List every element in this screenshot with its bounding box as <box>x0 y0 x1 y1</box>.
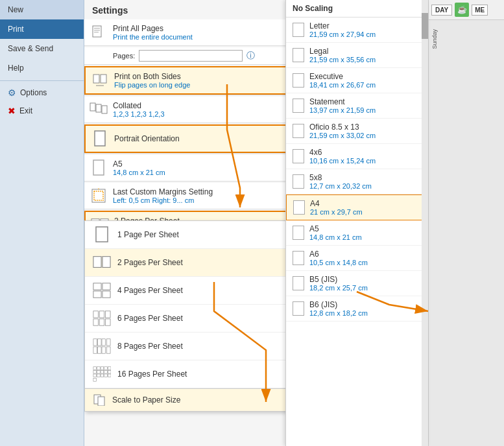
svg-rect-10 <box>93 160 104 175</box>
paper-size-4x6[interactable]: 4x6 10,16 cm x 15,24 cm <box>286 144 428 169</box>
cup-icon: ☕ <box>455 3 469 17</box>
sidebar-item-save-send[interactable]: Save & Send <box>0 39 84 58</box>
5x8-page-icon <box>293 174 304 189</box>
4page-icon <box>93 281 111 299</box>
1page-icon <box>93 226 111 244</box>
pps-option-4-label: 4 Pages Per Sheet <box>117 286 183 295</box>
8page-icon <box>93 337 111 355</box>
statement-name: Statement <box>309 97 376 106</box>
preview-toolbar: DAY ☕ ME <box>429 0 504 20</box>
a5-paper-name: A5 <box>309 224 362 233</box>
executive-size: 18,41 cm x 26,67 cm <box>309 81 376 89</box>
info-icon[interactable]: ⓘ <box>246 50 255 62</box>
a5-paper-page-icon <box>293 226 304 240</box>
svg-rect-33 <box>93 347 97 353</box>
svg-rect-18 <box>102 257 110 268</box>
4x6-text: 4x6 10,16 cm x 15,24 cm <box>309 148 376 165</box>
b6jis-text: B6 (JIS) 12,8 cm x 18,2 cm <box>309 300 368 317</box>
paper-size-5x8[interactable]: 5x8 12,7 cm x 20,32 cm <box>286 169 428 194</box>
svg-rect-2 <box>94 30 100 30</box>
exit-icon: ✖ <box>8 106 16 116</box>
b5jis-size: 18,2 cm x 25,7 cm <box>309 284 368 292</box>
paper-size-executive[interactable]: Executive 18,41 cm x 26,67 cm <box>286 68 428 93</box>
oficio-size: 21,59 cm x 33,02 cm <box>309 132 376 139</box>
portrait-icon <box>91 130 109 148</box>
sunday-label: Sunday <box>429 27 440 52</box>
margins-icon <box>90 187 108 205</box>
paper-size-a4[interactable]: A4 21 cm x 29,7 cm <box>286 194 428 220</box>
scrollbar-thumb[interactable] <box>422 13 428 39</box>
executive-page-icon <box>293 73 304 88</box>
legal-text: Legal 21,59 cm x 35,56 cm <box>309 47 376 64</box>
paper-size-oficio[interactable]: Oficio 8.5 x 13 21,59 cm x 33,02 cm <box>286 119 428 144</box>
paper-size-panel: No Scaling Letter 21,59 cm x 27,94 cm Le… <box>285 0 428 446</box>
svg-rect-25 <box>106 311 110 318</box>
a4-name: A4 <box>310 199 363 208</box>
legal-name: Legal <box>309 47 376 56</box>
a4-size: 21 cm x 29,7 cm <box>310 208 363 216</box>
16page-icon <box>93 365 111 383</box>
svg-rect-39 <box>101 367 104 370</box>
sidebar-item-exit[interactable]: ✖ Exit <box>0 102 84 120</box>
svg-rect-49 <box>101 374 104 377</box>
svg-rect-29 <box>93 339 97 346</box>
sidebar-divider <box>0 80 84 81</box>
2page-icon <box>93 253 111 272</box>
scrollbar-track[interactable] <box>422 0 428 446</box>
executive-name: Executive <box>309 72 376 81</box>
sidebar-exit-label: Exit <box>19 106 32 115</box>
svg-rect-34 <box>97 347 101 353</box>
paper-size-a6[interactable]: A6 10,5 cm x 14,8 cm <box>286 246 428 271</box>
paper-size-letter[interactable]: Letter 21,59 cm x 27,94 cm <box>286 18 428 43</box>
svg-rect-48 <box>97 374 101 377</box>
a6-name: A6 <box>309 250 368 259</box>
svg-rect-3 <box>94 32 99 32</box>
pps-option-2-label: 2 Pages Per Sheet <box>117 258 183 267</box>
sidebar-print-label: Print <box>8 25 24 34</box>
sidebar-item-help[interactable]: Help <box>0 58 84 78</box>
collated-icon <box>90 100 108 119</box>
preview-area: DAY ☕ ME Sunday <box>428 0 504 446</box>
svg-rect-8 <box>102 106 107 113</box>
letter-text: Letter 21,59 cm x 27,94 cm <box>309 21 376 38</box>
svg-rect-47 <box>93 374 97 377</box>
sidebar-help-label: Help <box>8 64 24 73</box>
paper-size-a5[interactable]: A5 14,8 cm x 21 cm <box>286 220 428 246</box>
4x6-name: 4x6 <box>309 148 376 157</box>
letter-name: Letter <box>309 21 376 30</box>
sidebar-save-send-label: Save & Send <box>8 44 53 53</box>
svg-rect-0 <box>93 26 101 37</box>
pages-input[interactable] <box>139 50 243 62</box>
paper-size-statement[interactable]: Statement 13,97 cm x 21,59 cm <box>286 93 428 119</box>
a5-paper-size: 14,8 cm x 21 cm <box>309 233 362 241</box>
duplex-icon <box>91 71 109 89</box>
svg-rect-45 <box>104 370 108 373</box>
svg-rect-17 <box>93 257 101 268</box>
svg-rect-4 <box>93 75 99 83</box>
b6jis-name: B6 (JIS) <box>309 300 368 309</box>
me-label[interactable]: ME <box>472 5 488 16</box>
sidebar-item-print[interactable]: Print <box>0 19 84 39</box>
a6-size: 10,5 cm x 14,8 cm <box>309 259 368 266</box>
paper-size-b5jis[interactable]: B5 (JIS) 18,2 cm x 25,7 cm <box>286 271 428 296</box>
svg-rect-21 <box>93 291 101 298</box>
a6-page-icon <box>293 251 304 265</box>
svg-rect-16 <box>96 227 108 242</box>
svg-rect-42 <box>93 370 97 373</box>
pages-label: Pages: <box>113 52 135 60</box>
day-label[interactable]: DAY <box>431 5 452 16</box>
sidebar-item-options[interactable]: ⚙ Options <box>0 84 84 102</box>
4x6-page-icon <box>293 149 304 163</box>
5x8-size: 12,7 cm x 20,32 cm <box>309 182 372 190</box>
5x8-name: 5x8 <box>309 173 372 182</box>
b5jis-name: B5 (JIS) <box>309 275 368 284</box>
svg-rect-44 <box>101 370 104 373</box>
svg-rect-7 <box>96 104 101 112</box>
sidebar-item-new[interactable]: New <box>0 0 84 19</box>
svg-rect-54 <box>98 397 104 406</box>
paper-size-legal[interactable]: Legal 21,59 cm x 35,56 cm <box>286 43 428 68</box>
paper-size-b6jis[interactable]: B6 (JIS) 12,8 cm x 18,2 cm <box>286 296 428 322</box>
legal-size: 21,59 cm x 35,56 cm <box>309 56 376 64</box>
b5jis-text: B5 (JIS) 18,2 cm x 25,7 cm <box>309 275 368 292</box>
svg-rect-31 <box>102 339 106 346</box>
